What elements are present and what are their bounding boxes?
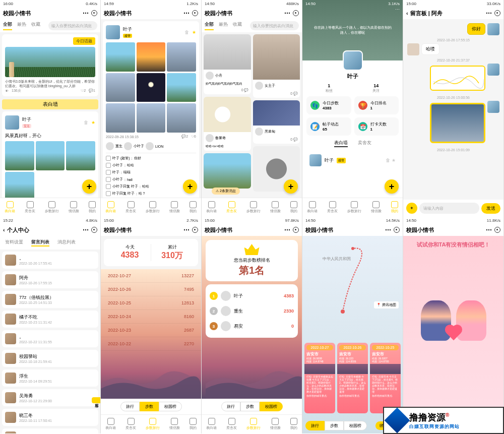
stat-posts[interactable]: 📝帖子动态65 [306, 117, 351, 136]
nav-me[interactable]: 我的 [290, 418, 297, 430]
tab-fav[interactable]: 收藏 [31, 21, 40, 30]
message-list-item[interactable]: 晓三冬2022-10-11 17:50:41 [2, 409, 98, 426]
nav-couple[interactable]: 情侣脸 [270, 201, 281, 214]
message-list-item[interactable]: 浮生2022-10-14 09:29:51 [2, 369, 98, 387]
nav-wall[interactable]: 表白墙 [5, 201, 15, 214]
travel-card[interactable]: 2022-10-26吉安市经度: 26.223 纬度: 114.8506行程: … [337, 343, 368, 413]
seg-campus[interactable]: 校园榜 [260, 402, 283, 411]
avatar[interactable] [487, 64, 499, 76]
seg-campus[interactable]: 校园榜 [344, 421, 367, 430]
add-fab[interactable]: + [385, 179, 399, 194]
back-icon[interactable]: ‹ [3, 227, 5, 233]
search-input[interactable]: 输入你要找的表白消息 [48, 21, 97, 30]
more-icon[interactable]: ⋯ [284, 226, 291, 233]
customer-service-button[interactable]: 客服 [92, 397, 100, 403]
nav-steps[interactable]: 步数旅行 [246, 418, 261, 430]
send-button[interactable]: 发送 [481, 203, 500, 214]
rank-row[interactable]: 2重生2330 [210, 303, 294, 319]
tab-hot[interactable]: 最热 [219, 21, 228, 30]
tab-msgboard[interactable]: 留言列表 [31, 239, 49, 246]
nav-steps[interactable]: 步数旅行 [347, 201, 361, 214]
seg-steps[interactable]: 步数 [240, 402, 260, 411]
nav-couple[interactable]: 情侣脸 [69, 201, 79, 214]
target-icon[interactable] [293, 10, 299, 16]
star-icon[interactable]: ★ [91, 120, 95, 125]
stat-steps[interactable]: 👣今日步数4383 [306, 96, 351, 114]
avatar[interactable] [487, 101, 499, 113]
tab-hot[interactable]: 最热 [17, 21, 26, 30]
seg-travel[interactable]: 旅行 [120, 402, 140, 411]
nav-wall[interactable]: 表白墙 [105, 418, 116, 430]
fans-count[interactable]: 1粉丝 [326, 83, 333, 93]
nav-sell[interactable]: 卖舍友 [226, 418, 237, 430]
nav-me[interactable]: 我的 [290, 201, 297, 214]
tab-all[interactable]: 全部 [3, 21, 12, 30]
nav-steps[interactable]: 步数旅行 [146, 201, 160, 214]
nav-sell[interactable]: 卖舍友 [25, 201, 35, 214]
message-list-item[interactable]: 2022-10-07 19:12:06 [2, 428, 98, 433]
nav-me[interactable]: 我的 [190, 418, 197, 430]
nav-couple[interactable]: 情侣脸 [169, 201, 180, 214]
nav-steps[interactable]: 步数旅行 [45, 201, 59, 214]
map-view[interactable]: 中华人民共和国 📍 腾讯地图 2022-10-27吉安市经度: 26.8008 … [302, 236, 403, 433]
target-icon[interactable] [192, 10, 198, 16]
nav-wall[interactable]: 表白墙 [105, 201, 116, 214]
rank-row[interactable]: 1叶子4383 [210, 288, 294, 303]
more-icon[interactable]: ⋯ [284, 10, 291, 17]
stat-days[interactable]: 📅打卡天数1 [354, 117, 399, 136]
nav-sell[interactable]: 卖舍友 [125, 418, 136, 430]
tab-all[interactable]: 全部 [205, 21, 214, 30]
more-icon[interactable]: ⋯ [183, 10, 190, 17]
nav-couple[interactable]: 情侣脸 [371, 201, 382, 214]
rank-row[interactable]: 3易安0 [210, 319, 294, 334]
star-icon[interactable]: ★ [192, 30, 196, 35]
attach-button[interactable]: + [406, 203, 417, 214]
trash-icon[interactable]: 🗑 [184, 30, 189, 35]
message-list-item[interactable]: 吴海勇2022-10-12 21:29:00 [2, 389, 98, 406]
seg-steps[interactable]: 步数 [325, 421, 344, 430]
list-item[interactable]: 叶子超管🗑 ★ [306, 151, 399, 169]
more-icon[interactable]: ⋯ [83, 10, 89, 17]
tab-profile[interactable]: 资料设置 [5, 239, 23, 246]
add-fab[interactable]: + [183, 179, 197, 194]
avatar[interactable] [487, 23, 499, 35]
avatar[interactable] [106, 25, 120, 39]
message-input[interactable]: 请输入内容 [419, 203, 479, 214]
nav-wall[interactable]: 表白墙 [307, 201, 318, 214]
search-input[interactable]: 输入你要找的表白消息 [250, 21, 299, 30]
target-icon[interactable] [394, 227, 400, 233]
new-msg-badge[interactable]: ⚠ 2条新消息 [212, 188, 240, 195]
nav-steps[interactable]: 步数旅行 [246, 201, 261, 214]
target-icon[interactable] [192, 227, 198, 233]
feed-item[interactable]: 小舟帅气黑鸡帅气黑鸡帅气黑鸡0 💬 [204, 34, 251, 94]
message-list-item[interactable]: 阿舟2022-10-26 17:55:15 [2, 271, 98, 288]
add-fab[interactable]: + [82, 179, 96, 194]
more-icon[interactable]: ⋯ [83, 226, 89, 233]
seg-travel[interactable]: 旅行 [305, 421, 325, 430]
target-icon[interactable] [494, 227, 500, 233]
avatar[interactable] [5, 115, 19, 130]
more-icon[interactable]: ⋯ [395, 7, 400, 12]
topic-card[interactable]: 今日话题 小情书3.0版本来啦，全新的UI，优化了部分功能，希望你们喜欢。有问题… [2, 34, 98, 96]
more-icon[interactable]: ⋯ [183, 226, 190, 233]
message-list-item[interactable]: 77z（借钱拉黑）2022-10-25 14:51:33 [2, 291, 98, 308]
nav-me[interactable]: 我的 [89, 201, 96, 214]
nav-couple[interactable]: 情侣脸 [270, 418, 281, 430]
more-icon[interactable]: ⋯ [486, 226, 492, 233]
target-icon[interactable] [494, 10, 500, 16]
tab-msglist[interactable]: 消息列表 [57, 239, 76, 246]
seg-campus[interactable]: 校园榜 [159, 402, 182, 411]
message-list-item[interactable]: 校园驿站2022-10-18 21:59:41 [2, 350, 98, 367]
profile-avatar[interactable] [343, 50, 363, 71]
message-list-item[interactable]: 橘子不吃2022-10-23 11:31:42 [2, 311, 98, 328]
trash-icon[interactable]: 🗑 [84, 120, 88, 125]
feed-item[interactable]: 女主子0 💬 [253, 34, 300, 98]
nav-wall[interactable]: 表白墙 [206, 418, 217, 430]
travel-card[interactable]: 2022-10-25吉安市经度: 26.0207 纬度: 114.8795行程:… [370, 343, 401, 413]
feed-item[interactable]: 黑草甸0 💬 [253, 100, 300, 144]
nav-wall[interactable]: 表白墙 [206, 201, 217, 214]
more-icon[interactable]: ⋯ [486, 10, 492, 17]
target-icon[interactable] [293, 227, 299, 233]
nav-sell[interactable]: 卖舍友 [226, 201, 237, 214]
back-icon[interactable]: ‹ [406, 10, 408, 16]
